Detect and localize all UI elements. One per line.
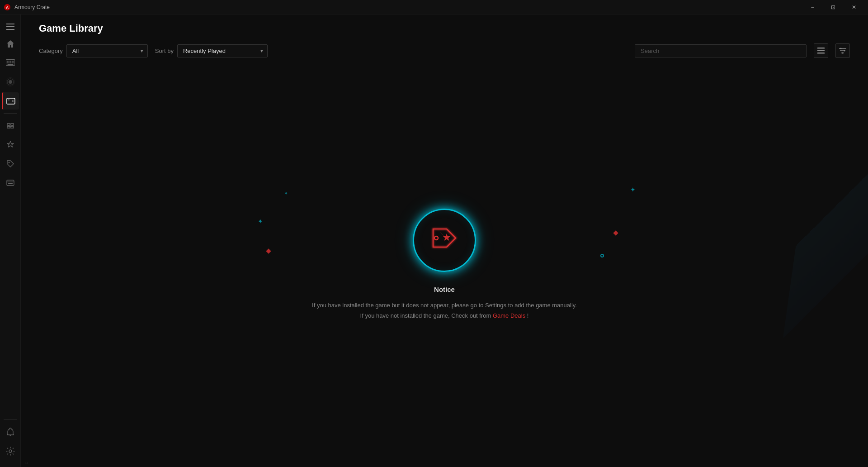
category-label: Category	[39, 48, 63, 54]
svg-rect-11	[6, 62, 8, 63]
deals-icon	[6, 159, 15, 168]
notice-text: If you have installed the game but it do…	[312, 300, 577, 320]
close-button[interactable]: ✕	[844, 0, 864, 14]
notice-line1: If you have installed the game but it do…	[312, 302, 577, 309]
sortby-label: Sort by	[155, 48, 174, 54]
svg-rect-15	[13, 62, 14, 63]
command-icon	[6, 178, 15, 187]
sidebar-item-notification[interactable]	[2, 424, 19, 441]
titlebar-left: A Armoury Crate	[4, 4, 50, 11]
sidebar-divider	[4, 113, 17, 114]
svg-rect-10	[13, 61, 14, 62]
notice-line2-prefix: If you have not installed the game, Chec…	[360, 312, 493, 319]
svg-rect-2	[6, 24, 14, 24]
svg-point-41	[434, 236, 438, 240]
aura-icon	[6, 77, 15, 86]
svg-point-17	[9, 80, 12, 84]
keyboard-icon	[6, 58, 15, 67]
deco-dot-1: ●	[285, 191, 288, 195]
svg-point-38	[840, 48, 842, 49]
category-group: Category All Action RPG Strategy Sports …	[39, 44, 148, 57]
svg-rect-16	[7, 64, 13, 65]
resize-handle[interactable]: ↔	[24, 460, 29, 465]
svg-point-22	[12, 100, 13, 101]
filter-icon	[839, 48, 846, 54]
category-select[interactable]: All Action RPG Strategy Sports Simulatio…	[66, 44, 148, 57]
main-content: ✦ ✦ ●	[21, 62, 868, 467]
hamburger-menu-button[interactable]	[2, 18, 19, 35]
empty-state-icon-circle	[413, 209, 476, 272]
svg-rect-33	[817, 50, 825, 52]
svg-rect-30	[8, 183, 13, 184]
search-input[interactable]	[635, 44, 807, 57]
app-logo-icon: A	[4, 4, 11, 11]
hamburger-icon	[6, 24, 14, 30]
notice-title: Notice	[312, 286, 577, 293]
scenario-icon	[6, 121, 15, 130]
minimize-button[interactable]: −	[802, 0, 823, 14]
deco-diamond-1	[266, 249, 271, 254]
sidebar-item-device[interactable]	[2, 54, 19, 71]
svg-text:A: A	[6, 5, 9, 10]
notice-area: Notice If you have installed the game bu…	[312, 286, 577, 320]
sortby-select[interactable]: Recently Played Alphabetical Most Played…	[177, 44, 268, 57]
sidebar-item-home[interactable]	[2, 35, 19, 52]
sortby-group: Sort by Recently Played Alphabetical Mos…	[155, 44, 268, 57]
filter-button[interactable]	[835, 43, 850, 58]
bottom-bar: ↔	[21, 458, 868, 467]
sidebar-bottom	[0, 418, 20, 463]
sidebar-divider-bottom	[4, 419, 17, 420]
svg-rect-8	[10, 61, 11, 62]
content-area: Game Library Category All Action RPG Str…	[21, 14, 868, 467]
game-library-icon	[6, 96, 15, 105]
app-body: Game Library Category All Action RPG Str…	[0, 14, 868, 467]
sidebar-item-deals[interactable]	[2, 155, 19, 172]
gear-icon	[6, 447, 15, 456]
list-view-button[interactable]	[814, 43, 828, 58]
deco-diamond-2	[613, 231, 618, 236]
category-select-wrapper: All Action RPG Strategy Sports Simulatio…	[66, 44, 148, 57]
game-deals-link[interactable]: Game Deals	[493, 312, 525, 319]
sidebar-item-command[interactable]	[2, 174, 19, 191]
titlebar-controls: − ⊡ ✕	[802, 0, 864, 14]
svg-rect-28	[7, 180, 14, 186]
svg-point-40	[842, 52, 844, 54]
svg-rect-3	[6, 26, 14, 27]
svg-rect-20	[7, 98, 15, 104]
sidebar-top	[0, 35, 20, 418]
sidebar-item-scenario[interactable]	[2, 117, 19, 134]
tag-icon	[426, 222, 462, 258]
svg-point-31	[9, 450, 12, 453]
deco-plus-2: ✦	[630, 186, 636, 193]
svg-rect-14	[11, 62, 13, 63]
svg-rect-12	[8, 62, 9, 63]
svg-point-23	[12, 101, 13, 102]
app-title: Armoury Crate	[14, 4, 50, 10]
svg-rect-4	[6, 29, 14, 30]
home-icon	[6, 39, 15, 48]
deco-circle-1	[600, 254, 604, 257]
search-wrapper	[635, 44, 807, 57]
svg-rect-21	[8, 100, 9, 100]
svg-point-27	[8, 162, 9, 163]
svg-rect-13	[10, 62, 11, 63]
sidebar-item-settings[interactable]	[2, 443, 19, 460]
notice-line2-suffix: !	[525, 312, 528, 319]
svg-rect-32	[817, 48, 825, 49]
svg-rect-7	[8, 61, 9, 62]
armoury-icon	[6, 140, 15, 149]
svg-rect-34	[817, 52, 825, 54]
titlebar: A Armoury Crate − ⊡ ✕	[0, 0, 868, 14]
bell-icon	[6, 428, 15, 437]
svg-rect-6	[6, 61, 8, 62]
sidebar-item-game-library[interactable]	[2, 92, 19, 110]
page-title: Game Library	[39, 23, 850, 34]
sortby-select-wrapper: Recently Played Alphabetical Most Played…	[177, 44, 268, 57]
sidebar-item-armoury[interactable]	[2, 136, 19, 153]
sidebar-item-aura[interactable]	[2, 73, 19, 91]
restore-button[interactable]: ⊡	[823, 0, 844, 14]
page-header: Game Library	[21, 14, 868, 39]
svg-rect-9	[11, 61, 13, 62]
sidebar	[0, 14, 21, 467]
toolbar: Category All Action RPG Strategy Sports …	[21, 39, 868, 62]
